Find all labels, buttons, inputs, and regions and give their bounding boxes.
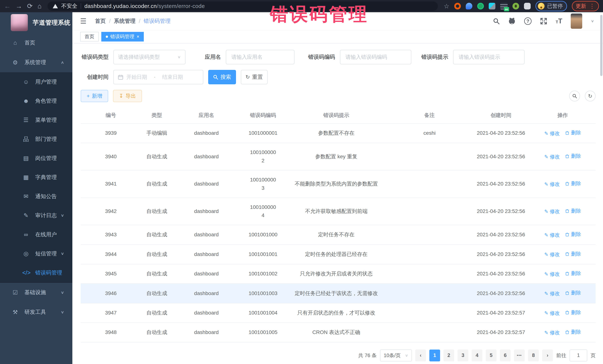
extension-icon-ring[interactable] — [454, 3, 461, 10]
error-hint-input[interactable] — [453, 50, 524, 64]
user-avatar[interactable] — [571, 13, 582, 29]
add-button[interactable]: + 新增 — [81, 90, 108, 102]
sidebar-item-dictionary[interactable]: ▦ 字典管理 — [0, 168, 72, 187]
more-pages-ellipsis[interactable]: ••• — [514, 350, 525, 361]
sidebar-item-users[interactable]: ☺ 用户管理 — [0, 72, 72, 91]
bookmark-star-icon[interactable]: ☆ — [444, 2, 449, 10]
edit-link[interactable]: ✎修改 — [544, 231, 560, 239]
extension-icon-squares[interactable] — [489, 3, 495, 10]
close-icon[interactable]: × — [137, 34, 139, 39]
sidebar-item-online-users[interactable]: ∞ 在线用户 — [0, 225, 72, 244]
delete-link[interactable]: 删除 — [565, 269, 581, 277]
scrollbar-thumb[interactable] — [600, 15, 603, 76]
sidebar-item-error-codes[interactable]: </> 错误码管理 — [0, 263, 72, 282]
delete-link[interactable]: 删除 — [565, 289, 581, 297]
page-button-8[interactable]: 8 — [528, 350, 539, 361]
app-name-input[interactable] — [226, 50, 294, 64]
delete-link[interactable]: 删除 — [565, 129, 581, 137]
avatar-dropdown-caret-icon[interactable]: ∨ — [591, 19, 594, 23]
goto-page-input[interactable] — [570, 350, 587, 361]
forward-icon[interactable]: → — [16, 3, 22, 10]
browser-update-button[interactable]: 更新 ⋮ — [572, 1, 599, 11]
extension-icon-drop[interactable] — [466, 3, 472, 10]
page-button-5[interactable]: 5 — [486, 350, 497, 361]
error-type-select[interactable]: 请选择错误码类型 ∨ — [113, 50, 186, 64]
prev-page-button[interactable]: ‹ — [415, 350, 426, 361]
edit-link[interactable]: ✎修改 — [544, 130, 560, 138]
back-icon[interactable]: ← — [4, 3, 11, 10]
search-icon[interactable] — [493, 18, 500, 24]
edit-link[interactable]: ✎修改 — [544, 153, 560, 161]
tab-home[interactable]: 首页 — [80, 32, 99, 42]
breadcrumb-system[interactable]: 系统管理 — [114, 17, 135, 25]
sidebar-item-label: 岗位管理 — [35, 154, 57, 162]
sidebar-item-infrastructure[interactable]: ☑ 基础设施 ∨ — [0, 283, 72, 302]
edit-link[interactable]: ✎修改 — [544, 180, 560, 188]
home-icon[interactable]: ⌂ — [37, 3, 42, 10]
font-size-icon[interactable]: TT — [556, 17, 562, 25]
edit-link[interactable]: ✎修改 — [544, 329, 560, 337]
home-icon: ⌂ — [12, 39, 19, 46]
delete-link[interactable]: 删除 — [565, 309, 581, 317]
edit-link[interactable]: ✎修改 — [544, 208, 560, 216]
date-range-picker[interactable]: 开始日期 - 结束日期 — [113, 70, 203, 84]
page-button-4[interactable]: 4 — [472, 350, 482, 361]
delete-link[interactable]: 删除 — [565, 180, 581, 188]
delete-link[interactable]: 删除 — [565, 328, 581, 336]
sidebar-collapse-icon[interactable]: ☰ — [80, 17, 86, 25]
toggle-search-button[interactable] — [569, 91, 580, 101]
github-icon[interactable] — [508, 17, 516, 25]
reload-icon[interactable]: ⟳ — [27, 3, 33, 10]
extensions-puzzle-icon[interactable] — [524, 3, 531, 10]
edit-link[interactable]: ✎修改 — [544, 270, 560, 278]
cell-code: 100100000 3 — [240, 170, 286, 198]
browser-menu-dots-icon[interactable]: ⋮ — [589, 3, 595, 9]
edit-link[interactable]: ✎修改 — [544, 251, 560, 259]
page-button-3[interactable]: 3 — [458, 350, 468, 361]
sidebar-item-announcements[interactable]: ✉ 通知公告 — [0, 187, 72, 206]
table-row: 3947 自动生成 dashboard 1001001004 只有开启状态的任务… — [81, 303, 596, 323]
page-size-select[interactable]: 10条/页 ∨ — [380, 350, 412, 361]
sidebar-item-positions[interactable]: ▤ 岗位管理 — [0, 149, 72, 168]
sidebar-item-dev-tools[interactable]: ⚒ 研发工具 ∨ — [0, 302, 72, 322]
fullscreen-icon[interactable] — [540, 18, 547, 25]
export-button[interactable]: ↧ 导出 — [113, 90, 142, 102]
reset-button[interactable]: ↻ 重置 — [241, 70, 267, 84]
page-button-2[interactable]: 2 — [443, 350, 454, 361]
extension-icon-key[interactable] — [512, 3, 519, 10]
extension-icon-green[interactable] — [477, 3, 484, 10]
error-code-input[interactable] — [340, 50, 411, 64]
screen: ← → ⟳ ⌂ 不安全 dashboard.yudao.iocoder.cn/s… — [0, 0, 603, 364]
sidebar-item-sms[interactable]: ◎ 短信管理 ∨ — [0, 244, 72, 263]
search-button[interactable]: 搜索 — [208, 70, 236, 84]
sidebar-item-home[interactable]: ⌂ 首页 — [0, 33, 72, 53]
address-bar[interactable]: 不安全 dashboard.yudao.iocoder.cn/system/er… — [47, 1, 438, 11]
page-button-6[interactable]: 6 — [500, 350, 510, 361]
page-button-1[interactable]: 1 — [429, 350, 440, 361]
next-page-button[interactable]: › — [542, 350, 553, 361]
sidebar-item-menus[interactable]: ☰ 菜单管理 — [0, 110, 72, 130]
delete-link[interactable]: 删除 — [565, 230, 581, 238]
sidebar-item-label: 用户管理 — [35, 78, 57, 86]
sidebar-item-departments[interactable]: 品 部门管理 — [0, 130, 72, 149]
delete-link[interactable]: 删除 — [565, 250, 581, 258]
app-title: 芋道管理系统 — [33, 19, 70, 27]
filter-app-name: 应用名 — [205, 50, 294, 64]
page-scrollbar[interactable] — [600, 15, 603, 361]
edit-link[interactable]: ✎修改 — [544, 290, 560, 298]
tab-error-codes[interactable]: 错误码管理 × — [101, 32, 144, 42]
sidebar-item-audit-log[interactable]: ✎ 审计日志 ∨ — [0, 206, 72, 225]
sidebar-item-roles[interactable]: ☻ 角色管理 — [0, 91, 72, 110]
edit-link[interactable]: ✎修改 — [544, 309, 560, 317]
breadcrumb-home[interactable]: 首页 — [95, 17, 106, 25]
profile-paused-badge[interactable]: 已暂停 — [535, 1, 567, 11]
delete-link[interactable]: 删除 — [565, 152, 581, 160]
help-icon[interactable]: ? — [524, 17, 532, 25]
delete-link[interactable]: 删除 — [565, 207, 581, 215]
cell-app: dashboard — [173, 245, 240, 264]
sidebar-item-system-management[interactable]: ⚙ 系统管理 ∧ — [0, 53, 72, 72]
extension-icon-bars[interactable]: on — [500, 3, 508, 10]
sidebar-logo-row[interactable]: 芋道管理系统 — [0, 12, 72, 33]
cell-id: 3948 — [81, 323, 141, 342]
refresh-table-button[interactable]: ↻ — [585, 91, 596, 101]
